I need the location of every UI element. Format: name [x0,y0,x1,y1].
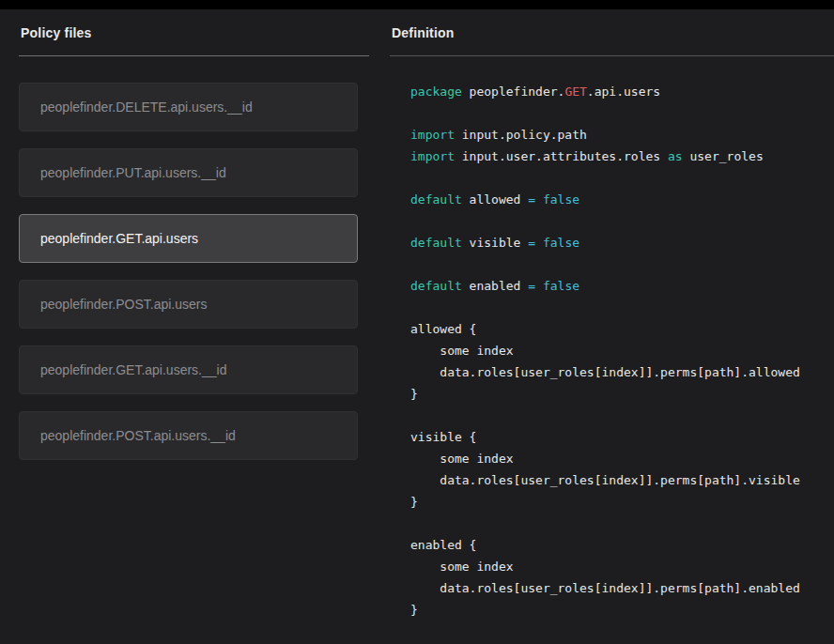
code-token-plain: peoplefinder. [462,84,565,99]
policy-file-item[interactable]: peoplefinder.GET.api.users.__id [19,345,358,394]
code-token-kw: package [410,84,462,99]
code-line: data.roles[user_roles[index]].perms[path… [410,469,834,491]
code-line: } [410,383,834,405]
code-line: some index [410,448,834,469]
code-line [410,167,834,189]
code-token-plain: input.user.attributes.roles [455,149,668,163]
code-line: default visible = false [410,232,834,253]
code-token-method: GET [564,84,586,99]
code-line: enabled { [410,534,834,556]
code-token-plain: visible [462,236,528,250]
code-token-plain: input.policy.path [455,128,587,142]
main-container: Policy files peoplefinder.DELETE.api.use… [0,9,834,621]
policy-file-list: peoplefinder.DELETE.api.users.__idpeople… [19,83,369,460]
policy-files-panel: Policy files peoplefinder.DELETE.api.use… [19,9,369,621]
code-line [410,253,834,275]
code-line: package peoplefinder.GET.api.users [410,81,834,102]
code-token-plain: } [410,387,418,401]
code-token-val: = false [528,192,579,207]
code-line: visible { [410,426,834,448]
policy-file-item[interactable]: peoplefinder.POST.api.users.__id [19,411,358,460]
code-token-plain: allowed [462,192,528,207]
code-line [410,405,834,426]
code-token-plain: some index [410,344,514,358]
code-token-plain: } [410,495,418,509]
code-line: data.roles[user_roles[index]].perms[path… [410,361,834,383]
code-line [410,297,834,318]
code-token-kw: as [668,149,683,163]
code-line [410,102,834,124]
code-token-plain: user_roles [683,149,764,163]
policy-file-item-selected[interactable]: peoplefinder.GET.api.users [19,214,358,263]
code-line: allowed { [410,318,834,340]
policy-files-title: Policy files [19,9,369,55]
code-token-plain: } [410,603,418,617]
definition-header: Definition [390,9,834,56]
code-line: } [410,491,834,513]
code-line: some index [410,340,834,361]
code-token-kw: default [410,279,462,293]
code-token-plain: data.roles[user_roles[index]].perms[path… [410,473,800,487]
code-line: default enabled = false [410,275,834,297]
policy-file-item[interactable]: peoplefinder.DELETE.api.users.__id [19,83,358,131]
code-line: } [410,599,834,621]
code-line: data.roles[user_roles[index]].perms[path… [410,577,834,599]
code-token-plain: .api.users [587,84,660,99]
code-token-kw: default [410,192,462,207]
definition-title: Definition [390,9,834,55]
code-line: default allowed = false [410,189,834,210]
code-token-plain: some index [410,452,514,466]
code-line: import input.policy.path [410,124,834,146]
code-token-kw: import [410,128,455,142]
code-token-plain: visible { [410,430,476,444]
policy-file-item[interactable]: peoplefinder.PUT.api.users.__id [19,148,358,197]
code-line [410,210,834,232]
policy-files-header: Policy files [19,9,369,56]
code-token-plain: data.roles[user_roles[index]].perms[path… [410,365,800,379]
policy-file-item[interactable]: peoplefinder.POST.api.users [19,280,358,329]
policy-code: package peoplefinder.GET.api.users impor… [390,81,834,621]
code-token-kw: default [410,236,462,250]
code-token-plain: enabled { [410,538,476,552]
code-line: some index [410,556,834,577]
code-token-val: = false [528,236,579,250]
code-token-plain: some index [410,560,514,574]
code-token-plain: data.roles[user_roles[index]].perms[path… [410,581,800,595]
top-bar [0,0,834,9]
code-token-plain: allowed { [410,322,476,336]
code-line: import input.user.attributes.roles as us… [410,146,834,167]
code-token-kw: import [410,149,455,163]
code-token-val: = false [528,279,579,293]
code-line [410,513,834,534]
code-token-plain: enabled [462,279,528,293]
definition-panel: Definition package peoplefinder.GET.api.… [390,9,834,621]
